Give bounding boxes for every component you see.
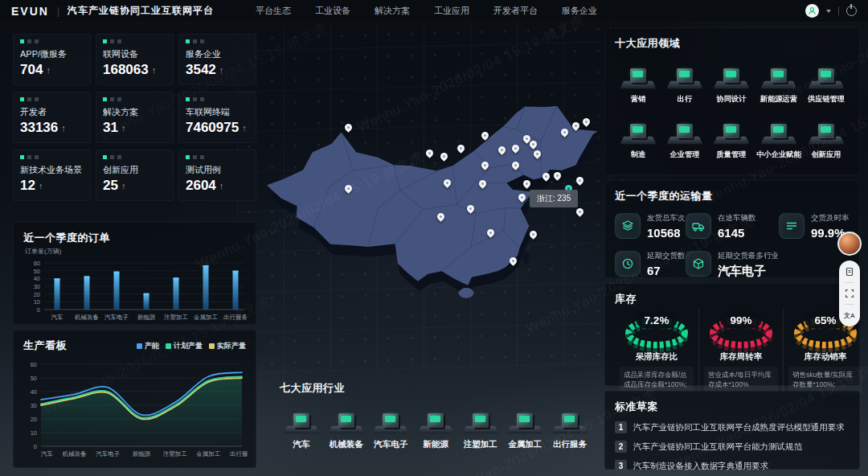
nav-item[interactable]: 平台生态 — [256, 5, 291, 17]
china-map[interactable]: 浙江: 235 — [265, 95, 603, 301]
svg-text:20: 20 — [34, 291, 40, 298]
machine-3d-icon[interactable] — [417, 404, 454, 436]
gray-square-icon — [35, 97, 39, 101]
user-avatar[interactable] — [805, 4, 819, 18]
gray-square-icon — [200, 155, 204, 159]
industry-item[interactable]: 机械装备 — [325, 404, 368, 450]
domain-item[interactable]: 中小企业赋能 — [755, 114, 803, 160]
machine-3d-icon[interactable] — [462, 404, 499, 436]
seven-industries-title: 七大应用行业 — [280, 381, 592, 396]
transport-item: 在途车辆数6145 — [686, 213, 779, 240]
machine-3d-icon[interactable] — [620, 114, 657, 146]
gray-square-icon — [193, 97, 197, 101]
fullscreen-icon[interactable] — [844, 288, 855, 299]
machine-3d-icon[interactable] — [506, 404, 543, 436]
domain-item[interactable]: 协同设计 — [708, 59, 755, 105]
tile-body — [562, 413, 578, 428]
legend-item: 实际产量 — [209, 341, 246, 351]
transport-text: 延期交货最多行业汽车电子 — [718, 251, 779, 279]
machine-3d-icon[interactable] — [760, 59, 797, 91]
translate-icon[interactable]: 文A — [844, 310, 855, 321]
gauge-label: 库存动销率 — [805, 351, 847, 363]
nav-item[interactable]: 工业应用 — [434, 5, 469, 17]
legend-item: 产能 — [137, 341, 159, 351]
app-title: 汽车产业链协同工业互联网平台 — [68, 4, 214, 18]
machine-3d-icon[interactable] — [666, 59, 703, 91]
transport-text: 延期交货数67 — [647, 251, 686, 277]
green-square-icon — [186, 39, 190, 43]
topbar-right — [805, 4, 857, 18]
ten-domains-panel: 十大应用领域 营销出行协同设计新能源运营供应链管理制造企业管理质量管理中小企业赋… — [604, 27, 860, 175]
machine-3d-icon[interactable] — [760, 114, 797, 146]
up-arrow-icon: ↑ — [121, 123, 126, 133]
topbar-divider — [838, 6, 839, 15]
topbar: EVUN | 汽车产业链协同工业互联网平台 平台生态工业设备解决方案工业应用开发… — [0, 0, 868, 23]
truck-icon — [686, 213, 711, 239]
tile-screen — [296, 416, 306, 422]
nav-item[interactable]: 工业设备 — [315, 5, 350, 17]
domain-item[interactable]: 制造 — [615, 114, 661, 160]
domain-item[interactable]: 企业管理 — [661, 114, 708, 160]
green-square-icon — [20, 39, 24, 43]
standard-item[interactable]: 3汽车制造设备接入数据字典通用要求 — [615, 460, 850, 472]
machine-3d-icon[interactable] — [713, 114, 750, 146]
stat-label: 解决方案 — [103, 106, 166, 118]
nav-item[interactable]: 服务企业 — [562, 5, 597, 17]
gray-square-icon — [110, 39, 114, 43]
industry-item[interactable]: 新能源 — [414, 404, 457, 450]
machine-3d-icon[interactable] — [328, 404, 365, 436]
industry-label: 注塑加工 — [464, 439, 497, 450]
chevron-down-icon[interactable] — [826, 10, 831, 13]
assistant-avatar[interactable] — [837, 232, 862, 256]
machine-3d-icon[interactable] — [808, 114, 845, 146]
domain-label: 供应链管理 — [808, 94, 845, 105]
industry-item[interactable]: 汽车电子 — [369, 404, 412, 450]
domain-item[interactable]: 创新应用 — [803, 114, 850, 160]
machine-3d-icon[interactable] — [620, 59, 657, 91]
svg-text:汽车电子: 汽车电子 — [96, 450, 121, 458]
power-icon[interactable] — [846, 6, 857, 16]
domain-label: 企业管理 — [670, 150, 700, 160]
gray-square-icon — [117, 97, 121, 101]
stats-grid: APP/微服务704↑联网设备168063↑服务企业3542↑开发者33136↑… — [13, 34, 256, 201]
industry-item[interactable]: 金属加工 — [503, 404, 547, 450]
machine-3d-icon[interactable] — [808, 59, 845, 91]
standard-item[interactable]: 2汽车产业链协同工业互联网平台能力测试规范 — [615, 441, 850, 453]
gray-square-icon — [193, 39, 197, 43]
nav-item[interactable]: 解决方案 — [375, 5, 410, 17]
tile-body — [428, 413, 444, 428]
stat-label: 创新应用 — [103, 164, 166, 176]
stat-label: APP/微服务 — [20, 48, 84, 60]
tile-screen — [679, 126, 690, 133]
up-arrow-icon: ↑ — [219, 65, 224, 75]
document-icon[interactable] — [844, 266, 855, 277]
domain-item[interactable]: 出行 — [661, 59, 708, 105]
gray-square-icon — [35, 39, 39, 43]
stat-card-decoration — [103, 155, 166, 159]
machine-3d-icon[interactable] — [551, 404, 588, 436]
nav-item[interactable]: 开发者平台 — [493, 5, 538, 17]
industry-item[interactable]: 注塑加工 — [459, 404, 502, 450]
stat-card: 创新应用25↑ — [96, 150, 174, 201]
svg-text:10: 10 — [34, 298, 40, 306]
industry-item[interactable]: 汽车 — [280, 404, 323, 450]
stat-value: 3542↑ — [186, 62, 249, 78]
stat-value: 2604↑ — [186, 178, 249, 194]
production-title: 生产看板 — [23, 339, 67, 353]
gray-square-icon — [35, 155, 39, 159]
tile-screen — [773, 126, 784, 133]
inventory-title: 库存 — [615, 292, 850, 306]
machine-3d-icon[interactable] — [666, 114, 703, 146]
industry-item[interactable]: 出行服务 — [548, 404, 592, 450]
domain-item[interactable]: 营销 — [615, 59, 661, 105]
machine-3d-icon[interactable] — [713, 59, 750, 91]
gray-square-icon — [27, 39, 31, 43]
machine-3d-icon[interactable] — [283, 404, 320, 436]
domain-item[interactable]: 供应链管理 — [803, 59, 850, 105]
machine-3d-icon[interactable] — [372, 404, 409, 436]
standard-item[interactable]: 1汽车产业链协同工业互联网平台成熟度评估模型通用要求 — [615, 421, 850, 433]
domain-item[interactable]: 新能源运营 — [755, 59, 803, 105]
tile-screen — [475, 416, 485, 422]
orders-bar-chart: 订单量(万辆)0102030405060汽车机械装备汽车电子新能源注塑加工金属加… — [23, 245, 248, 322]
domain-item[interactable]: 质量管理 — [708, 114, 755, 160]
